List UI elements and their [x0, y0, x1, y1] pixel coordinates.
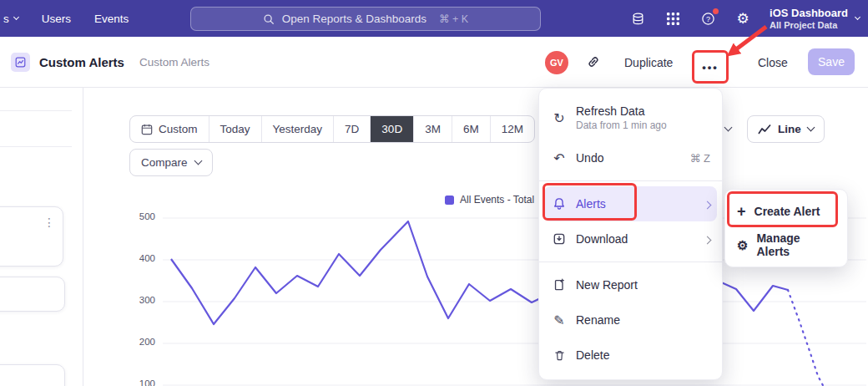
refresh-icon: ↻	[551, 110, 568, 126]
pencil-icon: ✎	[551, 312, 568, 328]
chevron-down-icon	[13, 13, 19, 19]
chevron-down-icon	[806, 124, 815, 132]
sidebar-card[interactable]	[0, 364, 65, 386]
submenu-item-label: Create Alert	[754, 205, 820, 218]
page-title: Custom Alerts	[39, 55, 124, 69]
sidebar-card[interactable]	[0, 277, 65, 312]
menu-item-download[interactable]: Download	[539, 221, 722, 256]
close-button[interactable]: Close	[758, 56, 788, 69]
plus-icon: +	[737, 204, 746, 219]
menu-divider	[539, 262, 722, 262]
chart-line-dotted	[788, 290, 825, 386]
y-axis-tick: 500	[124, 211, 155, 221]
legend-swatch	[445, 196, 454, 205]
top-navbar: s Users Events Open Reports & Dashboards…	[0, 0, 868, 37]
nav-item-boards[interactable]: s	[3, 13, 18, 25]
menu-item-undo[interactable]: ↶ Undo ⌘ Z	[539, 140, 722, 175]
menu-item-refresh-data[interactable]: ↻ Refresh Data Data from 1 min ago	[539, 95, 722, 140]
menu-item-rename[interactable]: ✎ Rename	[539, 302, 722, 338]
sidebar-card[interactable]: ⋮	[0, 206, 63, 267]
menu-item-subtitle: Data from 1 min ago	[576, 119, 667, 131]
date-range-today[interactable]: Today	[209, 116, 261, 142]
undo-icon: ↶	[551, 150, 568, 166]
chevron-right-icon	[704, 201, 712, 209]
date-range-label: Custom	[159, 123, 198, 135]
menu-item-label: Rename	[576, 313, 620, 327]
trash-icon	[551, 349, 568, 362]
chevron-down-icon	[855, 13, 860, 19]
gear-icon: ⚙	[737, 239, 748, 251]
menu-item-label: New Report	[576, 278, 638, 292]
nav-item-users[interactable]: Users	[42, 13, 71, 25]
app-window: ⋮ 500 400 300 200 100 Custom Today Yeste…	[0, 0, 868, 386]
kebab-menu-icon[interactable]: ⋮	[43, 216, 55, 229]
menu-item-shortcut: ⌘ Z	[689, 152, 710, 165]
report-type-icon	[11, 53, 30, 72]
y-axis-tick: 200	[124, 337, 155, 347]
chevron-down-icon	[724, 124, 732, 132]
project-subtitle: All Project Data	[770, 20, 848, 30]
y-axis-tick: 300	[124, 295, 155, 305]
sidebar-divider	[0, 110, 72, 111]
project-switcher[interactable]: iOS Dashboard All Project Data	[770, 7, 863, 30]
date-range-12m[interactable]: 12M	[490, 116, 534, 142]
date-range-custom[interactable]: Custom	[130, 116, 209, 142]
menu-item-label: Refresh Data	[576, 104, 667, 118]
nav-item-events[interactable]: Events	[94, 13, 129, 25]
breadcrumb: Custom Alerts	[139, 56, 209, 69]
date-range-segmented-control: Custom Today Yesterday 7D 30D 3M 6M 12M	[129, 115, 535, 143]
submenu-item-manage-alerts[interactable]: ⚙ Manage Alerts	[730, 228, 842, 262]
download-icon	[551, 232, 568, 246]
more-options-button[interactable]: •••	[696, 53, 724, 80]
project-name: iOS Dashboard	[770, 7, 848, 19]
menu-item-delete[interactable]: Delete	[539, 338, 722, 373]
date-range-3m[interactable]: 3M	[413, 116, 452, 142]
settings-gear-icon[interactable]: ⚙	[734, 10, 751, 27]
nav-item-boards-label: s	[3, 13, 9, 25]
new-report-icon	[551, 278, 568, 292]
menu-divider	[539, 180, 722, 181]
y-axis-tick: 400	[124, 253, 155, 263]
chart-legend-item[interactable]: All Events - Total	[445, 194, 534, 206]
line-chart-icon	[758, 124, 771, 135]
chart-type-button[interactable]: Line	[747, 115, 825, 143]
global-search-bar[interactable]: Open Reports & Dashboards ⌘ + K	[190, 7, 541, 31]
duplicate-button[interactable]: Duplicate	[624, 56, 673, 69]
alerts-submenu: + Create Alert ⚙ Manage Alerts	[724, 189, 848, 267]
menu-item-alerts[interactable]: Alerts	[544, 186, 717, 221]
compare-label: Compare	[141, 156, 188, 169]
search-icon	[263, 13, 275, 25]
date-range-7d[interactable]: 7D	[333, 116, 370, 142]
y-axis-tick: 100	[124, 378, 155, 386]
legend-label: All Events - Total	[460, 194, 534, 206]
left-sidebar: ⋮	[0, 88, 83, 386]
more-options-menu: ↻ Refresh Data Data from 1 min ago ↶ Und…	[538, 88, 723, 380]
search-shortcut: ⌘ + K	[439, 13, 468, 25]
help-icon[interactable]: ?	[699, 10, 716, 27]
sidebar-divider	[0, 146, 72, 147]
date-range-6m[interactable]: 6M	[452, 116, 490, 142]
nav-right: ? ⚙ iOS Dashboard All Project Data	[629, 0, 863, 37]
menu-item-label: Undo	[576, 151, 603, 165]
menu-item-new-report[interactable]: New Report	[539, 267, 722, 302]
menu-item-label: Download	[576, 232, 628, 246]
date-range-yesterday[interactable]: Yesterday	[261, 116, 334, 142]
menu-item-label: Alerts	[576, 197, 606, 211]
svg-text:?: ?	[706, 14, 710, 23]
submenu-item-create-alert[interactable]: + Create Alert	[730, 195, 842, 228]
save-button[interactable]: Save	[808, 48, 855, 75]
date-range-30d[interactable]: 30D	[370, 116, 413, 142]
menu-item-label: Delete	[576, 348, 609, 362]
submenu-item-label: Manage Alerts	[756, 231, 835, 258]
chevron-down-icon	[194, 157, 202, 165]
data-management-icon[interactable]	[629, 10, 646, 27]
apps-grid-icon[interactable]	[664, 10, 681, 27]
chevron-right-icon	[704, 236, 712, 244]
chart-type-label: Line	[778, 123, 801, 135]
report-header: Custom Alerts Custom Alerts GV Duplicate…	[0, 37, 868, 88]
nav-left: s Users Events	[0, 0, 129, 37]
bell-icon	[551, 197, 568, 211]
avatar[interactable]: GV	[545, 51, 568, 74]
copy-link-icon[interactable]	[586, 54, 601, 73]
compare-button[interactable]: Compare	[129, 149, 213, 176]
